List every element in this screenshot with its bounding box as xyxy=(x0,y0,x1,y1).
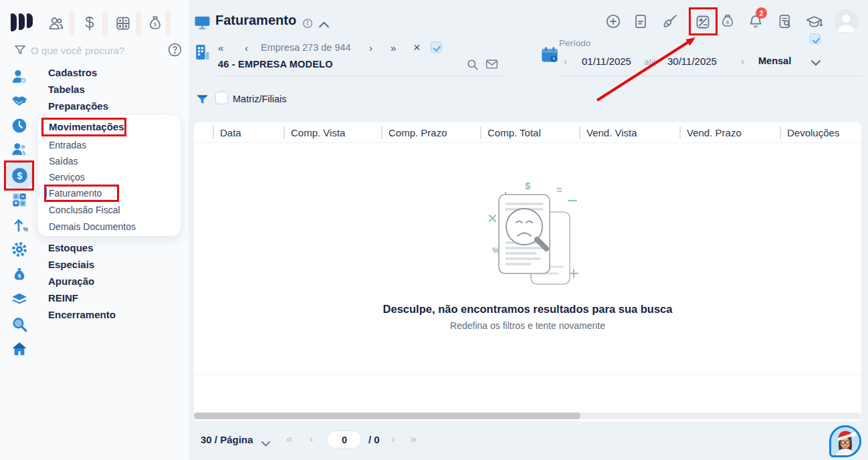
table-header-row: Data Comp. Vista Comp. Prazo Comp. Total… xyxy=(194,122,861,143)
period-prev-button[interactable]: ‹ xyxy=(564,55,567,67)
calculator-rail-icon[interactable] xyxy=(11,191,28,209)
period-lock-checkbox[interactable] xyxy=(810,33,821,44)
company-search-icon[interactable] xyxy=(466,58,479,71)
company-name: 46 - EMPRESA MODELO xyxy=(218,59,333,70)
money-bag-icon[interactable]: $ xyxy=(11,266,28,283)
info-icon[interactable] xyxy=(302,18,313,29)
submenu-item-conclusao-fiscal[interactable]: Conclusão Fiscal xyxy=(49,204,120,216)
sidebar: $ $ % $ Cadastros xyxy=(0,0,189,460)
column-header-comp-vista[interactable]: Comp. Vista xyxy=(284,126,381,139)
home-icon[interactable] xyxy=(11,340,28,358)
page-size-select[interactable]: 30 / Página xyxy=(201,434,253,445)
column-header-vend-prazo[interactable]: Vend. Prazo xyxy=(679,126,780,139)
billing-rail-active[interactable]: $ xyxy=(7,162,32,188)
company-lock-checkbox[interactable] xyxy=(431,41,442,53)
sidebar-item-tabelas[interactable]: Tabelas xyxy=(48,82,85,97)
separator xyxy=(69,11,74,36)
sidebar-item-reinf[interactable]: REINF xyxy=(48,291,78,306)
sidebar-item-encerramento[interactable]: Encerramento xyxy=(48,308,116,322)
column-header-data[interactable]: Data xyxy=(213,126,284,139)
sidebar-item-especiais[interactable]: Especiais xyxy=(48,257,94,272)
money-bag-topbar-icon[interactable]: $ xyxy=(720,13,736,29)
page-title: Faturamento xyxy=(215,13,296,28)
support-chat-avatar[interactable] xyxy=(829,425,861,457)
horizontal-scrollbar[interactable] xyxy=(194,413,861,419)
svg-text:$: $ xyxy=(525,180,531,191)
period-mode-select[interactable]: Mensal xyxy=(758,55,791,66)
page-number-input[interactable] xyxy=(328,431,361,448)
empty-state: $ = % Desculpe, não encontramos resultad… xyxy=(194,179,861,331)
filter-funnel-icon[interactable] xyxy=(13,43,27,57)
notification-badge: 2 xyxy=(756,7,767,19)
period-next-button[interactable]: › xyxy=(741,55,744,67)
separator xyxy=(136,11,141,36)
sidebar-item-cadastros[interactable]: Cadastros xyxy=(48,66,97,80)
submenu-item-demais-documentos[interactable]: Demais Documentos xyxy=(49,221,136,233)
sidebar-item-estoques[interactable]: Estoques xyxy=(48,241,94,255)
column-header-comp-prazo[interactable]: Comp. Prazo xyxy=(381,126,480,139)
divider xyxy=(217,76,505,76)
collapse-chevron-icon[interactable] xyxy=(318,19,330,28)
column-header-vend-vista[interactable]: Vend. Vista xyxy=(579,126,679,139)
sidebar-item-movimentacoes[interactable]: Movimentações xyxy=(49,121,124,132)
monitor-icon xyxy=(194,14,211,31)
matriz-filiais-label: Matriz/Filiais xyxy=(233,94,287,104)
period-start-date[interactable]: 01/11/2025 xyxy=(582,55,631,67)
company-next-button[interactable]: › xyxy=(369,42,372,53)
users-icon[interactable] xyxy=(11,140,28,158)
column-header-devolucoes[interactable]: Devoluções xyxy=(780,126,861,139)
gear-icon[interactable] xyxy=(11,241,28,258)
svg-text:$: $ xyxy=(18,273,21,279)
svg-text:=: = xyxy=(556,184,562,195)
document-search-icon[interactable] xyxy=(777,13,793,29)
divider xyxy=(194,374,861,375)
submenu-item-servicos[interactable]: Serviços xyxy=(49,171,85,183)
period-mode-chevron-icon[interactable] xyxy=(810,58,821,65)
user-avatar[interactable] xyxy=(834,9,859,34)
sidebar-item-preparacoes[interactable]: Preparações xyxy=(48,99,108,114)
company-last-button[interactable]: » xyxy=(391,42,396,53)
company-clear-button[interactable]: × xyxy=(413,41,421,55)
company-first-button[interactable]: « xyxy=(218,42,223,53)
no-results-illustration: $ = % xyxy=(457,179,598,294)
period-end-date[interactable]: 30/11/2025 xyxy=(667,55,717,67)
page-size-chevron-icon[interactable] xyxy=(261,438,271,445)
active-item-indicator xyxy=(45,187,47,198)
clock-icon[interactable] xyxy=(11,117,28,134)
submenu-item-entradas[interactable]: Entradas xyxy=(49,139,86,151)
search-rail-icon[interactable] xyxy=(11,316,28,333)
pagination-next-button[interactable]: › xyxy=(391,433,395,445)
pagination-last-button[interactable]: » xyxy=(411,433,417,445)
layers-icon[interactable] xyxy=(11,291,28,308)
submenu-item-saidas[interactable]: Saídas xyxy=(49,155,78,167)
mail-icon[interactable] xyxy=(485,59,498,70)
svg-text:$: $ xyxy=(726,19,730,25)
adjustment-calc-icon[interactable] xyxy=(695,14,711,30)
finance-quick-icon[interactable] xyxy=(81,15,98,32)
sidebar-item-apuracao[interactable]: Apuração xyxy=(48,274,94,289)
add-icon[interactable] xyxy=(605,13,621,29)
pagination-prev-button[interactable]: ‹ xyxy=(310,433,313,445)
handshake-icon[interactable] xyxy=(11,92,28,110)
document-icon[interactable] xyxy=(633,13,649,29)
building-icon xyxy=(193,43,211,63)
svg-text:$: $ xyxy=(154,21,157,27)
taxes-quick-icon[interactable]: $ xyxy=(146,15,164,32)
app-logo[interactable] xyxy=(11,13,33,31)
help-icon[interactable] xyxy=(167,42,183,58)
broom-icon[interactable] xyxy=(662,13,678,29)
trend-up-percent-icon[interactable]: % xyxy=(11,216,28,233)
clients-quick-icon[interactable] xyxy=(47,15,65,32)
column-header-comp-total[interactable]: Comp. Total xyxy=(480,126,579,139)
pagination-first-button[interactable]: « xyxy=(286,433,292,445)
graduation-cap-icon[interactable] xyxy=(805,13,823,29)
matriz-filiais-checkbox[interactable] xyxy=(215,92,228,104)
company-prev-button[interactable]: ‹ xyxy=(245,42,248,53)
calculator-quick-icon[interactable] xyxy=(114,15,132,32)
submenu-item-faturamento[interactable]: Faturamento xyxy=(49,187,102,199)
user-settings-icon[interactable] xyxy=(11,68,28,86)
sidebar-search-input[interactable] xyxy=(31,41,161,59)
total-pages-label: / 0 xyxy=(368,434,380,445)
scrollbar-thumb[interactable] xyxy=(194,413,580,419)
table-filter-icon[interactable] xyxy=(195,93,209,107)
